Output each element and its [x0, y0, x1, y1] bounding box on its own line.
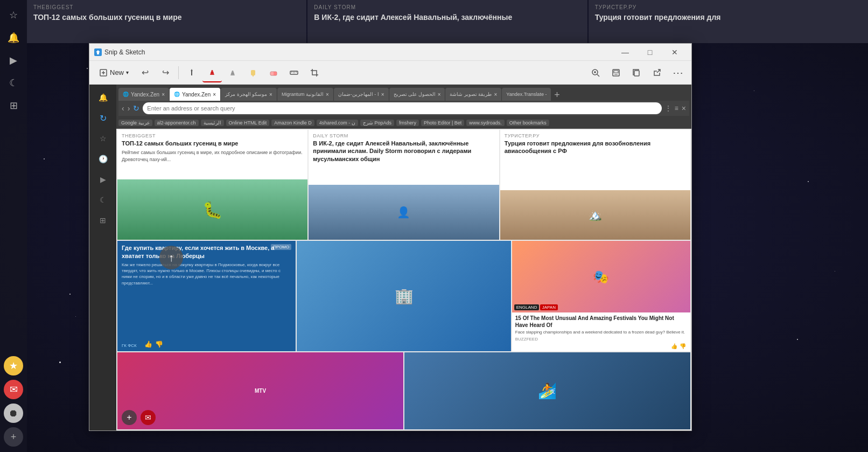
browser-tab-4[interactable]: Migrantum القانونية ×: [277, 88, 333, 101]
browser-leftnav: 🔔 ↻ ☆ 🕐 ▶ ☾ ⊞: [89, 85, 116, 430]
new-button-label: New: [110, 68, 124, 77]
bg-article-3-title: Турция готовит предложения для: [595, 12, 862, 22]
maximize-button[interactable]: □: [638, 44, 662, 61]
record-icon[interactable]: ⏺: [4, 404, 23, 423]
festival-image: 🎭 ENGLAND JAPAN: [512, 241, 690, 312]
news-card-caterpillar[interactable]: THEBIGGEST ТОП-12 самых больших гусениц …: [117, 130, 307, 240]
tab-5-close[interactable]: ×: [381, 92, 384, 98]
browser-tab-1[interactable]: 🌐 Yandex.Zen ×: [118, 88, 169, 101]
back-button[interactable]: ‹: [122, 104, 124, 113]
apt-like[interactable]: 👍: [144, 340, 152, 348]
ballpoint-pen-button[interactable]: [223, 63, 242, 82]
forward-button[interactable]: ›: [128, 104, 130, 113]
svg-rect-12: [634, 71, 639, 76]
canvas-zoom-button[interactable]: +: [122, 410, 137, 425]
festival-source: BUZZFEED: [515, 337, 687, 342]
marker-icon: [248, 68, 258, 78]
star-badge-icon[interactable]: ★: [4, 356, 23, 375]
notification-icon[interactable]: 🔔: [4, 28, 23, 47]
news-card-apartment[interactable]: ПРОМО Где купить квартиру, если хочется …: [117, 241, 296, 351]
crop-button[interactable]: [305, 63, 324, 82]
news-row-1: THEBIGGEST ТОП-12 самых больших гусениц …: [117, 130, 690, 240]
bookmark-4shared[interactable]: 4shared.com - ن: [317, 120, 358, 126]
refresh-button[interactable]: ↻: [133, 104, 139, 113]
ballpoint-pen-red-button[interactable]: [202, 63, 222, 82]
save-copy-button[interactable]: [606, 63, 626, 82]
browser-tab-7[interactable]: طريقة تصوير شاشة ×: [445, 88, 501, 101]
svg-rect-2: [251, 70, 255, 75]
browser-tab-8[interactable]: Yandex.Translate -: [502, 88, 551, 101]
tab-4-text: Migrantum القانونية: [282, 92, 324, 97]
marker-button[interactable]: [243, 63, 263, 82]
browser-addressbar: ‹ › ↻ ⋮ ≡ ×: [118, 101, 689, 116]
tab-6-text: الحصول على تصريح: [394, 92, 436, 97]
news-card-turkey[interactable]: ТУРИСТЕР.РУ Турция готовит предложения д…: [500, 130, 690, 240]
star-icon[interactable]: ☆: [4, 5, 23, 25]
zoom-in-button[interactable]: [586, 63, 605, 82]
bookmark-syd[interactable]: www.sydroads.: [466, 120, 505, 126]
bookmark-html[interactable]: Online HTML Edit: [226, 120, 270, 126]
toolbar-separator-1: [178, 66, 179, 79]
bookmark-amazon[interactable]: Amazon Kindle D: [271, 120, 314, 126]
browser-tab-2[interactable]: 🌐 Yandex.Zen ×: [170, 88, 220, 101]
upload-button[interactable]: ↑: [159, 246, 183, 269]
news-card-navalny[interactable]: DAILY STORM В ИК-2, где сидит Алексей На…: [309, 130, 499, 240]
tab-2-close[interactable]: ×: [213, 92, 216, 98]
bookmark-other[interactable]: Other bookmarks: [507, 120, 549, 126]
festival-votes: 👍 👎: [671, 343, 686, 349]
browser-tab-5[interactable]: ا - المهاجرين-ضمان ×: [334, 88, 389, 101]
festival-tag-japan: JAPAN: [540, 304, 558, 310]
bookmark-main[interactable]: الرئيسية: [201, 120, 224, 126]
new-button[interactable]: New ▾: [94, 66, 134, 79]
touch-writing-button[interactable]: [182, 63, 201, 82]
close-button[interactable]: ✕: [662, 44, 687, 61]
bookmark-fmshery[interactable]: fmshery: [396, 120, 419, 126]
new-tab-button[interactable]: +: [551, 89, 562, 101]
minimize-button[interactable]: ―: [613, 44, 638, 61]
canvas-mail-button[interactable]: ✉: [141, 410, 156, 425]
tab-3-close[interactable]: ×: [269, 92, 272, 98]
share-button[interactable]: [647, 63, 667, 82]
bookmark-popad[interactable]: شرح PopAds: [360, 120, 394, 126]
tab-8-text: Yandex.Translate -: [506, 92, 547, 97]
news-card-bottom2[interactable]: 🏄: [404, 352, 690, 429]
add-taskbar-icon[interactable]: +: [4, 427, 23, 447]
news-card-mtv[interactable]: MTV: [117, 352, 403, 429]
browser-close-button[interactable]: ×: [682, 104, 686, 113]
grid-icon[interactable]: ⊞: [4, 96, 23, 115]
svg-rect-4: [274, 72, 277, 75]
touch-icon: [187, 68, 197, 78]
bookmark-google[interactable]: Google عربية: [118, 120, 152, 126]
ruler-button[interactable]: [284, 63, 304, 82]
browser-menu-button[interactable]: ⋮: [665, 105, 671, 112]
news-card-festival[interactable]: 🎭 ENGLAND JAPAN 15 Of The Most Unusual A…: [512, 241, 690, 351]
share-icon: [652, 68, 662, 78]
copy-button[interactable]: [627, 63, 646, 82]
more-options-button[interactable]: ⋯: [668, 63, 687, 82]
tab-1-close[interactable]: ×: [162, 92, 165, 98]
apt-dislike[interactable]: 👎: [155, 340, 163, 348]
news-row-2: ПРОМО Где купить квартиру, если хочется …: [117, 241, 690, 351]
eraser-button[interactable]: [264, 63, 283, 82]
browser-tab-6[interactable]: الحصول على تصريح ×: [389, 88, 445, 101]
tab-7-close[interactable]: ×: [494, 92, 498, 98]
festival-dislike[interactable]: 👎: [680, 343, 686, 349]
tab-6-close[interactable]: ×: [438, 92, 441, 98]
browser-bookmarks-bar: Google عربية al2-apponentor.ch الرئيسية …: [116, 117, 691, 129]
festival-like[interactable]: 👍: [671, 343, 677, 349]
eraser-icon: [269, 68, 278, 78]
browser-tab-3[interactable]: موسكو الهجرة مركز ×: [221, 88, 277, 101]
card-title-3: Турция готовит предложения для возобновл…: [500, 140, 690, 157]
undo-button[interactable]: ↩: [135, 63, 155, 82]
bookmark-al2[interactable]: al2-apponentor.ch: [155, 120, 199, 126]
tab-4-close[interactable]: ×: [326, 92, 329, 98]
browser-settings-button[interactable]: ≡: [675, 105, 678, 112]
card-image-turkey: 🏔️: [500, 190, 690, 240]
moon-icon[interactable]: ☾: [4, 73, 23, 93]
mail-icon[interactable]: ✉: [4, 380, 23, 399]
redo-button[interactable]: ↪: [156, 63, 175, 82]
video-icon[interactable]: ▶: [4, 51, 23, 70]
mtv-label: MTV: [255, 388, 266, 394]
bookmark-photo[interactable]: Photo Editor | Bet: [421, 120, 464, 126]
address-bar-input[interactable]: [143, 102, 661, 114]
